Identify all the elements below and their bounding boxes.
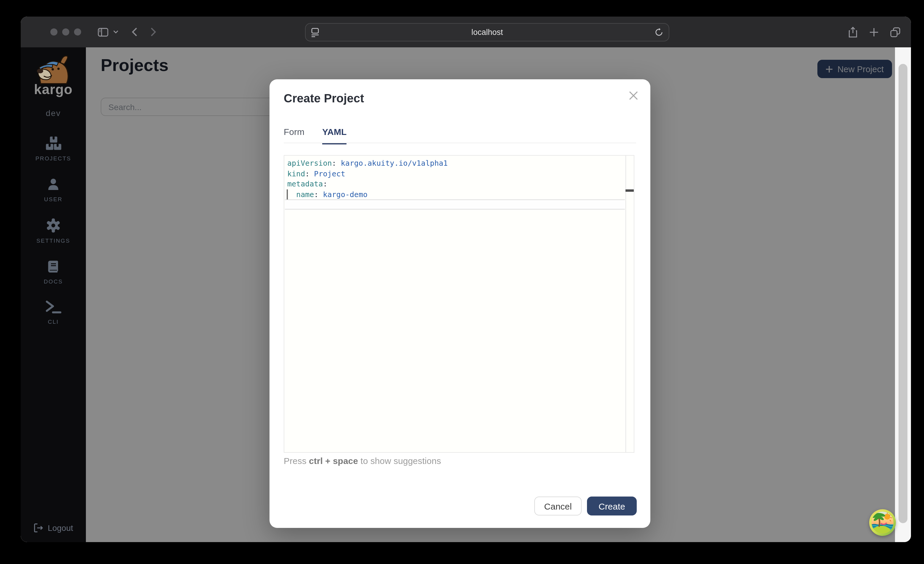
editor-current-line bbox=[285, 199, 625, 209]
refresh-icon[interactable] bbox=[654, 28, 663, 37]
logout-label: Logout bbox=[48, 523, 73, 533]
editor-cursor-marker bbox=[626, 189, 634, 192]
modal-tabs: Form YAML bbox=[284, 127, 346, 144]
app-sidebar: kargo dev PROJECTS bbox=[21, 47, 86, 542]
minimize-window-icon[interactable] bbox=[62, 28, 69, 36]
forward-icon[interactable] bbox=[150, 27, 156, 37]
back-icon[interactable] bbox=[132, 27, 137, 37]
editor-overview-ruler bbox=[626, 156, 634, 452]
screenshot-stage: localhost bbox=[0, 0, 924, 564]
sidebar-item-label: CLI bbox=[48, 319, 59, 325]
sidebar-nav: PROJECTS USER bbox=[27, 136, 80, 325]
user-icon bbox=[46, 177, 60, 192]
sidebar-item-label: DOCS bbox=[44, 278, 63, 285]
close-icon[interactable] bbox=[629, 91, 638, 102]
terminal-icon bbox=[45, 300, 61, 314]
tab-overview-icon[interactable] bbox=[890, 27, 900, 37]
book-icon bbox=[46, 259, 60, 274]
tab-yaml[interactable]: YAML bbox=[322, 127, 346, 144]
scrollbar-track[interactable] bbox=[895, 47, 911, 542]
browser-toolbar: localhost bbox=[21, 16, 911, 47]
sidebar-item-docs[interactable]: DOCS bbox=[27, 259, 80, 285]
packages-icon bbox=[45, 136, 61, 151]
close-window-icon[interactable] bbox=[50, 28, 57, 36]
share-icon[interactable] bbox=[848, 26, 858, 37]
yaml-editor[interactable]: apiVersion: kargo.akuity.io/v1alpha1kind… bbox=[284, 155, 634, 453]
chevron-down-icon[interactable] bbox=[113, 30, 118, 34]
island-icon bbox=[869, 509, 896, 536]
editor-cursor bbox=[286, 189, 288, 199]
modal-actions: Cancel Create bbox=[534, 497, 637, 516]
cancel-button[interactable]: Cancel bbox=[534, 497, 582, 516]
sidebar-item-label: PROJECTS bbox=[36, 155, 71, 162]
yaml-code: apiVersion: kargo.akuity.io/v1alpha1kind… bbox=[287, 158, 624, 199]
logout-button[interactable]: Logout bbox=[21, 523, 86, 533]
sidebar-item-label: USER bbox=[44, 196, 63, 202]
sidebar-item-cli[interactable]: CLI bbox=[27, 300, 80, 325]
sidebar-item-user[interactable]: USER bbox=[27, 177, 80, 202]
editor-hint: Press ctrl + space to show suggestions bbox=[284, 456, 441, 466]
create-project-modal: Create Project Form YAML apiVersion: kar… bbox=[270, 79, 650, 528]
sidebar-item-projects[interactable]: PROJECTS bbox=[27, 136, 80, 162]
modal-title: Create Project bbox=[284, 92, 364, 105]
sidebar-item-label: SETTINGS bbox=[36, 237, 70, 244]
kargo-wordmark: kargo bbox=[33, 82, 74, 98]
island-extension-badge[interactable] bbox=[869, 509, 896, 536]
scrollbar-thumb[interactable] bbox=[898, 64, 908, 523]
new-tab-icon[interactable] bbox=[870, 27, 878, 36]
sidebar-toggle-icon[interactable] bbox=[98, 27, 108, 36]
traffic-lights[interactable] bbox=[50, 28, 81, 36]
url-text[interactable]: localhost bbox=[306, 28, 669, 37]
gear-icon bbox=[46, 218, 61, 233]
tabs-divider bbox=[284, 143, 636, 143]
address-bar[interactable]: localhost bbox=[305, 23, 669, 42]
create-button[interactable]: Create bbox=[587, 497, 637, 516]
zoom-window-icon[interactable] bbox=[74, 28, 81, 36]
kargo-logo[interactable]: kargo bbox=[33, 53, 74, 98]
sidebar-item-settings[interactable]: SETTINGS bbox=[27, 218, 80, 244]
tab-form[interactable]: Form bbox=[284, 127, 304, 144]
env-label: dev bbox=[46, 108, 61, 118]
logout-icon bbox=[33, 523, 43, 533]
